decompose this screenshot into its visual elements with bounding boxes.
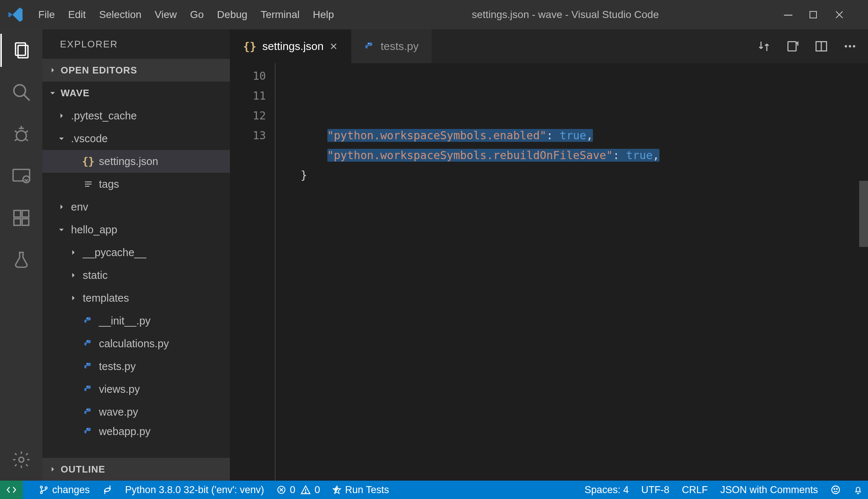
file-icon <box>83 180 94 189</box>
svg-line-9 <box>25 131 28 133</box>
open-editors-section[interactable]: OPEN EDITORS <box>42 59 230 82</box>
menu-go[interactable]: Go <box>190 9 204 21</box>
menu-selection[interactable]: Selection <box>99 9 141 21</box>
tab-settings-json[interactable]: {} settings.json <box>230 29 351 63</box>
file-item[interactable]: __init__.py <box>42 309 230 332</box>
svg-rect-17 <box>14 219 20 225</box>
svg-point-23 <box>87 318 88 319</box>
file-item[interactable]: webapp.py <box>42 423 230 439</box>
tree-item-label: hello_app <box>71 224 117 236</box>
settings-gear-icon[interactable] <box>11 450 31 470</box>
chevron-right-icon <box>57 203 66 211</box>
window-maximize-icon[interactable] <box>809 11 835 19</box>
tree-item-label: .vscode <box>71 133 108 145</box>
explorer-icon[interactable] <box>11 40 31 60</box>
code-content[interactable]: "python.workspaceSymbols.enabled": true,… <box>274 63 868 481</box>
open-editors-label: OPEN EDITORS <box>61 65 137 76</box>
language-mode[interactable]: JSON with Comments <box>720 484 818 496</box>
file-item[interactable]: {}settings.json <box>42 150 230 173</box>
file-tree: .pytest_cache.vscode{}settings.jsontagse… <box>42 104 230 458</box>
python-icon <box>364 41 375 51</box>
window-minimize-icon[interactable] <box>783 10 809 19</box>
project-name-label: WAVE <box>61 87 90 99</box>
file-item[interactable]: tags <box>42 173 230 195</box>
svg-point-37 <box>40 492 42 493</box>
run-tests[interactable]: Run Tests <box>332 484 389 496</box>
svg-point-42 <box>832 486 840 494</box>
window-close-icon[interactable] <box>835 10 861 19</box>
menu-terminal[interactable]: Terminal <box>261 9 300 21</box>
debug-icon[interactable] <box>11 124 31 144</box>
close-icon[interactable] <box>330 42 338 50</box>
svg-line-10 <box>15 139 17 141</box>
svg-rect-30 <box>788 42 796 51</box>
chevron-down-icon <box>49 89 56 97</box>
svg-rect-1 <box>810 11 817 18</box>
file-item[interactable]: views.py <box>42 378 230 401</box>
split-editor-icon[interactable] <box>814 39 828 53</box>
file-item[interactable]: wave.py <box>42 401 230 423</box>
remote-indicator[interactable] <box>0 481 23 499</box>
scrollbar-thumb[interactable] <box>859 181 868 247</box>
remote-explorer-icon[interactable] <box>11 166 31 186</box>
editor-body[interactable]: 10111213 "python.workspaceSymbols.enable… <box>230 63 868 481</box>
errors-count[interactable]: 0 <box>277 484 295 496</box>
svg-point-27 <box>87 409 88 410</box>
tree-item-label: webapp.py <box>99 426 150 438</box>
errors-value: 0 <box>290 484 295 496</box>
code-line[interactable]: "python.workspaceSymbols.enabled": true, <box>274 126 868 146</box>
editor-area: {} settings.json tests.py <box>230 29 868 481</box>
menu-debug[interactable]: Debug <box>217 9 248 21</box>
file-item[interactable]: calculations.py <box>42 332 230 355</box>
python-icon <box>83 362 94 371</box>
test-icon[interactable] <box>11 250 31 270</box>
svg-rect-16 <box>22 211 29 217</box>
svg-line-5 <box>24 95 29 101</box>
open-changes-icon[interactable] <box>786 39 800 53</box>
extensions-icon[interactable] <box>11 208 31 228</box>
tab-tests-py[interactable]: tests.py <box>351 29 432 63</box>
code-line[interactable]: } <box>274 165 868 185</box>
menu-help[interactable]: Help <box>313 9 334 21</box>
tree-item-label: static <box>83 269 108 281</box>
status-bar: changes Python 3.8.0 32-bit ('env': venv… <box>0 481 868 499</box>
tree-item-label: tests.py <box>99 360 136 373</box>
eol[interactable]: CRLF <box>682 484 708 496</box>
project-section[interactable]: WAVE <box>42 82 230 104</box>
code-line[interactable]: "python.workspaceSymbols.rebuildOnFileSa… <box>274 146 868 165</box>
warnings-count[interactable]: 0 <box>300 484 320 496</box>
tab-actions <box>757 29 868 63</box>
folder-item[interactable]: env <box>42 195 230 218</box>
more-actions-icon[interactable] <box>843 39 857 53</box>
outline-section[interactable]: OUTLINE <box>42 458 230 481</box>
folder-item[interactable]: static <box>42 264 230 287</box>
file-item[interactable]: tests.py <box>42 355 230 378</box>
folder-item[interactable]: templates <box>42 287 230 309</box>
menu-view[interactable]: View <box>155 9 177 21</box>
sync-icon[interactable] <box>102 485 113 495</box>
indentation[interactable]: Spaces: 4 <box>584 484 629 496</box>
sidebar-header: EXPLORER <box>42 29 230 59</box>
search-icon[interactable] <box>11 82 31 102</box>
chevron-right-icon <box>69 294 78 302</box>
folder-item[interactable]: __pycache__ <box>42 241 230 264</box>
folder-item[interactable]: .vscode <box>42 127 230 150</box>
svg-point-44 <box>836 489 837 489</box>
svg-rect-18 <box>22 219 29 225</box>
chevron-right-icon <box>49 67 56 74</box>
menu-file[interactable]: File <box>38 9 55 21</box>
feedback-smiley-icon[interactable] <box>830 485 841 495</box>
encoding[interactable]: UTF-8 <box>641 484 669 496</box>
folder-item[interactable]: .pytest_cache <box>42 104 230 127</box>
chevron-down-icon <box>57 135 66 142</box>
git-branch-label: changes <box>52 484 90 496</box>
line-number: 11 <box>230 86 266 106</box>
compare-changes-icon[interactable] <box>757 39 771 53</box>
folder-item[interactable]: hello_app <box>42 218 230 241</box>
python-interpreter[interactable]: Python 3.8.0 32-bit ('env': venv) <box>125 484 264 496</box>
run-tests-label: Run Tests <box>345 484 389 496</box>
git-branch[interactable]: changes <box>39 484 90 496</box>
notifications-bell-icon[interactable] <box>853 485 863 495</box>
line-number: 12 <box>230 106 266 126</box>
menu-edit[interactable]: Edit <box>68 9 86 21</box>
